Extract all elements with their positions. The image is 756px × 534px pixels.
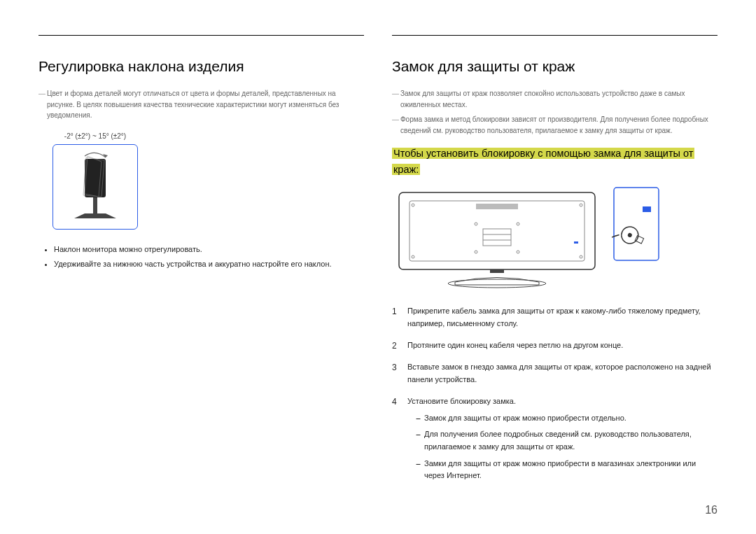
svg-point-13 bbox=[475, 223, 477, 225]
svg-rect-6 bbox=[483, 229, 511, 246]
subnote-2: Для получения более подробных сведений с… bbox=[416, 428, 718, 453]
step-4: Установите блокировку замка. Замок для з… bbox=[392, 395, 718, 482]
right-note-2: Форма замка и метод блокировки зависят о… bbox=[392, 114, 718, 136]
left-bullet-list: Наклон монитора можно отрегулировать. Уд… bbox=[38, 242, 364, 272]
left-title: Регулировка наклона изделия bbox=[38, 57, 364, 76]
tilt-range-label: -2° (±2°) ~ 15° (±2°) bbox=[43, 132, 148, 140]
svg-point-16 bbox=[517, 251, 519, 253]
svg-point-10 bbox=[580, 204, 582, 206]
subnote-1: Замок для защиты от краж можно приобрест… bbox=[416, 412, 718, 425]
page-number: 16 bbox=[705, 504, 718, 517]
svg-point-11 bbox=[412, 255, 414, 258]
svg-rect-1 bbox=[85, 159, 106, 197]
right-title: Замок для защиты от краж bbox=[392, 57, 718, 76]
top-rule-right bbox=[392, 35, 718, 36]
step-4-subnotes: Замок для защиты от краж можно приобрест… bbox=[407, 412, 718, 482]
left-note-1: Цвет и форма деталей могут отличаться от… bbox=[38, 88, 364, 121]
step-1: Прикрепите кабель замка для защиты от кр… bbox=[392, 304, 718, 330]
hl-line1: Чтобы установить блокировку с помощью за… bbox=[392, 148, 694, 159]
tilt-figure: -2° (±2°) ~ 15° (±2°) bbox=[43, 132, 148, 230]
lock-figure bbox=[392, 185, 718, 290]
top-rule-left bbox=[38, 35, 364, 36]
svg-rect-18 bbox=[490, 269, 504, 273]
left-bullet-1: Наклон монитора можно отрегулировать. bbox=[54, 242, 364, 257]
svg-point-23 bbox=[627, 232, 633, 238]
svg-point-19 bbox=[448, 279, 546, 288]
svg-rect-5 bbox=[476, 204, 518, 209]
svg-rect-21 bbox=[643, 206, 651, 212]
right-column: Замок для защиты от краж Замок для защит… bbox=[392, 35, 718, 485]
left-bullet-2: Удерживайте за нижнюю часть устройства и… bbox=[54, 257, 364, 272]
step-2: Протяните один конец кабеля через петлю … bbox=[392, 339, 718, 352]
manual-page: Регулировка наклона изделия Цвет и форма… bbox=[0, 0, 756, 534]
svg-point-15 bbox=[475, 251, 477, 253]
lock-steps-list: Прикрепите кабель замка для защиты от кр… bbox=[392, 304, 718, 482]
lock-close-up-illustration bbox=[612, 185, 661, 262]
right-note-1: Замок для защиты от краж позволяет споко… bbox=[392, 88, 718, 110]
svg-point-12 bbox=[580, 255, 582, 258]
svg-rect-24 bbox=[635, 235, 643, 243]
left-column: Регулировка наклона изделия Цвет и форма… bbox=[38, 35, 364, 485]
lock-procedure-heading: Чтобы установить блокировку с помощью за… bbox=[392, 146, 718, 178]
hl-line2: краж: bbox=[392, 164, 420, 175]
step-4-text: Установите блокировку замка. bbox=[407, 397, 516, 405]
svg-point-14 bbox=[517, 223, 519, 225]
two-column-layout: Регулировка наклона изделия Цвет и форма… bbox=[38, 35, 718, 485]
svg-rect-20 bbox=[614, 188, 659, 260]
monitor-back-illustration bbox=[392, 185, 602, 290]
svg-rect-4 bbox=[410, 201, 584, 261]
monitor-tilt-icon bbox=[64, 152, 127, 222]
tilt-illustration-box bbox=[52, 144, 138, 230]
subnote-3: Замки для защиты от краж можно приобрест… bbox=[416, 458, 718, 482]
svg-rect-17 bbox=[574, 241, 578, 244]
svg-point-9 bbox=[412, 204, 414, 206]
step-3: Вставьте замок в гнездо замка для защиты… bbox=[392, 360, 718, 386]
